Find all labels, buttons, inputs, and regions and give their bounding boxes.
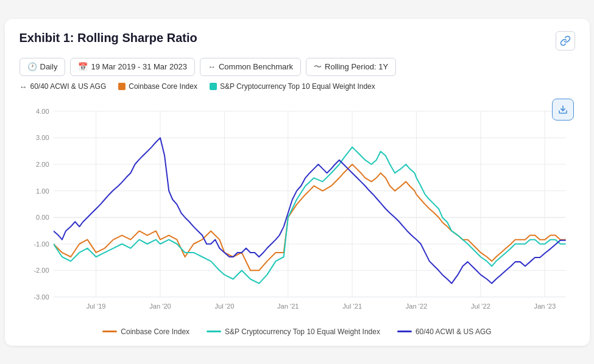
sp-line (53, 147, 565, 283)
bottom-legend: Coinbase Core Index S&P Cryptocurrency T… (19, 327, 575, 336)
svg-text:3.00: 3.00 (35, 134, 49, 141)
chart-card: Exhibit 1: Rolling Sharpe Ratio 🕐 Daily … (5, 19, 590, 346)
download-button[interactable] (552, 99, 574, 121)
bottom-legend-sp: S&P Cryptocurrency Top 10 Equal Weight I… (207, 327, 380, 336)
svg-text:-3.00: -3.00 (34, 293, 49, 300)
svg-rect-1 (53, 105, 565, 302)
legend-sp: S&P Cryptocurrency Top 10 Equal Weight I… (210, 82, 375, 91)
clock-icon: 🕐 (27, 62, 37, 71)
daily-button[interactable]: 🕐 Daily (19, 58, 66, 76)
svg-text:1.00: 1.00 (35, 187, 49, 194)
card-header: Exhibit 1: Rolling Sharpe Ratio (19, 31, 575, 51)
svg-text:Jan '22: Jan '22 (405, 303, 427, 310)
svg-text:Jan '20: Jan '20 (149, 303, 171, 310)
chart-title: Exhibit 1: Rolling Sharpe Ratio (19, 31, 197, 45)
svg-text:4.00: 4.00 (35, 107, 49, 114)
benchmark-line (53, 138, 565, 283)
svg-text:Jan '23: Jan '23 (534, 303, 556, 310)
svg-text:Jan '21: Jan '21 (277, 303, 299, 310)
svg-text:Jul '21: Jul '21 (342, 303, 362, 310)
legend-benchmark: ↔ 60/40 ACWI & US AGG (19, 82, 107, 91)
bottom-legend-benchmark: 60/40 ACWI & US AGG (397, 327, 492, 336)
link-button[interactable] (556, 31, 575, 51)
date-range-button[interactable]: 📅 19 Mar 2019 - 31 Mar 2023 (70, 58, 195, 76)
line-chart: 4.00 3.00 2.00 1.00 0.00 -1.00 -2.00 -3.… (19, 97, 575, 323)
svg-text:-2.00: -2.00 (34, 267, 49, 274)
chart-container: 4.00 3.00 2.00 1.00 0.00 -1.00 -2.00 -3.… (19, 97, 575, 323)
svg-text:2.00: 2.00 (35, 161, 49, 168)
arrows-icon: ↔ (208, 62, 216, 71)
svg-text:0.00: 0.00 (35, 214, 49, 221)
common-benchmark-button[interactable]: ↔ Common Benchmark (200, 58, 301, 76)
svg-text:Jul '19: Jul '19 (86, 303, 105, 310)
legend-coinbase: Coinbase Core Index (118, 82, 197, 91)
svg-text:-1.00: -1.00 (34, 240, 49, 247)
top-legend: ↔ 60/40 ACWI & US AGG Coinbase Core Inde… (19, 82, 575, 91)
svg-text:Jul '20: Jul '20 (214, 303, 234, 310)
rolling-period-button[interactable]: 〜 Rolling Period: 1Y (306, 58, 396, 76)
svg-text:Jul '22: Jul '22 (471, 303, 490, 310)
controls-bar: 🕐 Daily 📅 19 Mar 2019 - 31 Mar 2023 ↔ Co… (19, 58, 575, 76)
wave-icon: 〜 (314, 61, 322, 72)
calendar-icon: 📅 (78, 62, 88, 71)
bottom-legend-coinbase: Coinbase Core Index (102, 327, 189, 336)
